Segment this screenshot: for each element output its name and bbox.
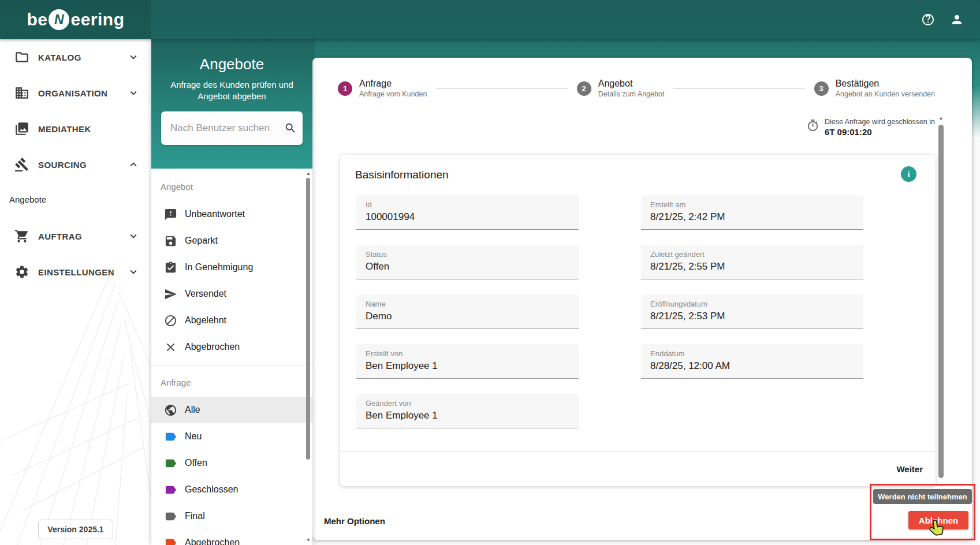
filter-item-geparkt[interactable]: Geparkt — [151, 227, 312, 254]
sidebar-item-label: KATALOG — [38, 53, 81, 62]
help-icon[interactable] — [921, 13, 935, 27]
sidebar-item-einstellungen[interactable]: EINSTELLUNGEN — [0, 254, 151, 290]
sidebar-item-label: ORGANISATION — [38, 88, 107, 98]
field-zuletzt-geaendert: Zuletzt geändert 8/21/25, 2:55 PM — [641, 245, 863, 279]
filter-item-abgebrochen-angebot[interactable]: Abgebrochen — [151, 334, 312, 360]
hand-cursor-icon — [926, 517, 949, 541]
filter-item-unbeantwortet[interactable]: Unbeantwortet — [151, 201, 312, 227]
sidebar-item-auftrag[interactable]: AUFTRAG — [0, 218, 151, 254]
chevron-down-icon — [127, 87, 140, 99]
filter-list: Angebot Unbeantwortet Geparkt In Genehmi… — [151, 169, 312, 545]
sidebar-item-sourcing[interactable]: SOURCING — [0, 147, 151, 182]
scroll-up-arrow[interactable]: ▲ — [305, 171, 311, 176]
field-name: Name Demo — [356, 294, 579, 329]
countdown-label: Diese Anfrage wird geschlossen in — [825, 118, 935, 126]
content-scrollbar[interactable]: ▲ ▼ — [938, 115, 944, 488]
stepper-connector — [436, 88, 567, 89]
field-eroeffnungsdatum: Eröffnungsdatum 8/21/25, 2:53 PM — [641, 294, 863, 329]
filter-item-in-genehmigung[interactable]: In Genehmigung — [151, 254, 312, 281]
filter-item-final[interactable]: Final — [151, 503, 312, 529]
version-badge: Version 2025.1 — [38, 520, 113, 539]
label-icon — [164, 483, 177, 497]
search-icon[interactable] — [284, 122, 297, 135]
chevron-down-icon — [127, 51, 140, 64]
user-search-box[interactable] — [161, 111, 303, 145]
filter-item-versendet[interactable]: Versendet — [151, 281, 312, 307]
sidebar-subitem-label: Angebote — [9, 195, 46, 204]
app-logo[interactable]: be N eering — [27, 9, 124, 30]
step-3-bestaetigen[interactable]: 3 Bestätigen Angebot an Kunden versenden — [814, 79, 935, 98]
fields-column-right: Erstellt am 8/21/25, 2:42 PM Zuletzt geä… — [641, 195, 863, 428]
step-2-angebot[interactable]: 2 Angebot Details zum Angebot — [577, 79, 665, 98]
chevron-down-icon — [127, 230, 140, 242]
field-erstellt-am: Erstellt am 8/21/25, 2:42 PM — [641, 195, 863, 230]
reject-tooltip: Werden nicht teilnehmen — [873, 489, 972, 504]
stopwatch-icon — [806, 119, 819, 132]
step-number: 3 — [814, 81, 829, 96]
scroll-up-arrow[interactable]: ▲ — [938, 115, 944, 121]
step-number: 2 — [577, 81, 591, 96]
application-window: be N eering — [0, 0, 980, 545]
filter-item-neu[interactable]: Neu — [151, 423, 312, 450]
top-bar: be N eering — [0, 0, 980, 39]
wizard-stepper: 1 Anfrage Anfrage vom Kunden 2 Angebot D… — [338, 79, 935, 98]
main-sidebar: KATALOG ORGANISATION MEDIATHEK SOU — [0, 39, 151, 545]
step-number: 1 — [338, 81, 352, 96]
label-icon — [164, 430, 177, 443]
sidebar-item-organisation[interactable]: ORGANISATION — [0, 75, 151, 111]
media-library-icon — [14, 121, 29, 136]
chevron-down-icon — [127, 266, 140, 278]
logo-block: be N eering — [0, 0, 151, 39]
fields-column-left: Id 100001994 Status Offen Name Demo Erst… — [356, 195, 579, 428]
filter-item-geschlossen[interactable]: Geschlossen — [151, 476, 312, 503]
sidebar-item-katalog[interactable]: KATALOG — [0, 39, 151, 75]
info-icon[interactable]: i — [901, 166, 916, 182]
filter-item-abgelehnt[interactable]: Abgelehnt — [151, 307, 312, 334]
approval-icon — [164, 261, 177, 274]
field-erstellt-von: Erstellt von Ben Employee 1 — [356, 344, 579, 379]
sidebar-item-label: MEDIATHEK — [38, 124, 91, 134]
scrollbar-thumb[interactable] — [938, 125, 944, 478]
stepper-connector — [673, 88, 804, 89]
basis-information-card: Basisinformationen i Id 100001994 Status… — [340, 155, 936, 486]
step-1-anfrage[interactable]: 1 Anfrage Anfrage vom Kunden — [338, 79, 427, 98]
field-status: Status Offen — [356, 245, 579, 279]
more-options-button[interactable]: Mehr Optionen — [324, 516, 385, 526]
label-icon — [164, 536, 177, 545]
panel-header: Angebote Anfrage des Kunden prüfen und A… — [151, 39, 312, 169]
logo-n-circle: N — [49, 9, 69, 30]
step-title: Anfrage — [359, 79, 427, 89]
card-footer: Weiter — [340, 451, 936, 486]
filter-item-alle[interactable]: Alle — [151, 397, 312, 423]
block-icon — [164, 314, 177, 327]
user-icon[interactable] — [950, 13, 964, 27]
cart-icon — [14, 229, 29, 244]
scrollbar-thumb[interactable] — [306, 178, 310, 460]
gear-icon — [14, 264, 29, 279]
step-subtitle: Angebot an Kunden versenden — [836, 90, 935, 98]
field-geaendert-von: Geändert von Ben Employee 1 — [356, 394, 579, 428]
step-subtitle: Anfrage vom Kunden — [359, 90, 427, 98]
field-enddatum: Enddatum 8/28/25, 12:00 AM — [641, 344, 863, 379]
search-input[interactable] — [170, 122, 284, 134]
field-id: Id 100001994 — [356, 195, 579, 230]
label-icon — [164, 510, 177, 523]
annotation-highlight-box: Werden nicht teilnehmen Ablehnen — [870, 484, 975, 540]
send-icon — [164, 288, 177, 301]
countdown-value: 6T 09:01:20 — [825, 127, 935, 137]
label-icon — [164, 457, 177, 470]
folder-icon — [14, 50, 29, 65]
save-icon — [164, 234, 177, 248]
next-button[interactable]: Weiter — [896, 464, 923, 474]
filter-item-abgebrochen-anfrage[interactable]: Abgebrochen — [151, 529, 312, 545]
chevron-up-icon — [127, 158, 140, 171]
page-title: Angebote — [151, 55, 312, 73]
closing-countdown: Diese Anfrage wird geschlossen in 6T 09:… — [806, 118, 935, 137]
step-title: Bestätigen — [836, 79, 935, 89]
sidebar-subitem-angebote[interactable]: Angebote — [0, 182, 151, 216]
filter-item-offen[interactable]: Offen — [151, 450, 312, 476]
panel-scrollbar[interactable]: ▲ ▼ — [305, 39, 311, 545]
building-icon — [14, 85, 29, 100]
sidebar-item-mediathek[interactable]: MEDIATHEK — [0, 111, 151, 147]
scroll-down-arrow[interactable]: ▼ — [305, 537, 311, 543]
